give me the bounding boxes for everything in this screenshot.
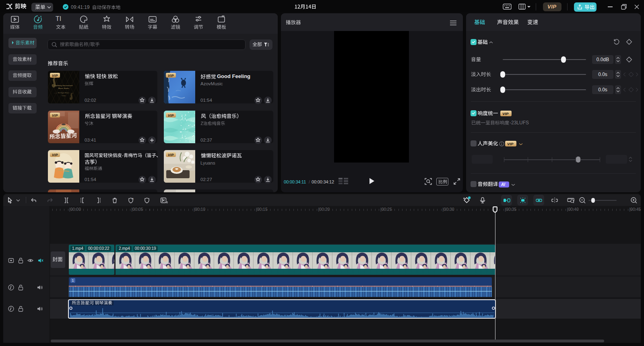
svg-text:Music Studio: Music Studio [58, 87, 69, 89]
svg-text:Loop: Loop [62, 95, 66, 97]
svg-text:—— Mr.Right Music ——: —— Mr.Right Music —— [53, 92, 74, 94]
svg-text:AI: AI [132, 197, 134, 200]
svg-text:Uplifting International: Uplifting International [54, 84, 73, 86]
